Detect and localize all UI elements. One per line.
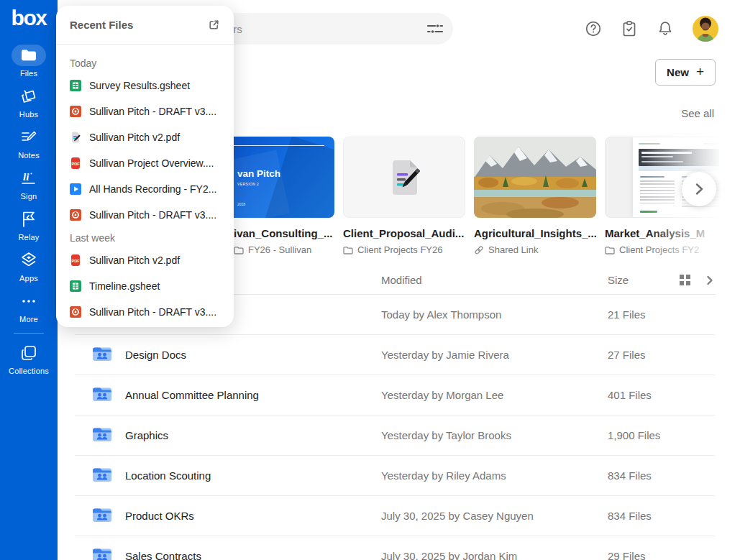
recent-file-item[interactable]: PDFSullivan Project Overview.... [70, 150, 228, 176]
sidebar-item-apps[interactable]: Apps [12, 249, 46, 283]
table-row[interactable]: Design DocsYesterday by Jamie Rivera27 F… [75, 335, 715, 375]
video-file-icon [70, 183, 81, 195]
recent-files-list: TodaySurvey Results.gsheetSullivan Pitch… [56, 45, 234, 325]
user-avatar[interactable] [693, 16, 718, 42]
folder-name: Sales Contracts [125, 550, 201, 560]
svg-text:PDF: PDF [71, 259, 80, 263]
card-title: Agricultural_Insights_... [474, 227, 596, 239]
recent-file-item[interactable]: All Hands Recording - FY2... [70, 176, 228, 202]
grid-view-icon[interactable] [680, 275, 690, 285]
gsheet-file-icon [70, 280, 81, 292]
recent-file-item[interactable]: Timeline.gsheet [70, 273, 228, 299]
shared-folder-icon [92, 346, 112, 364]
sidebar-item-label: Files [20, 69, 37, 78]
carousel-next-button[interactable] [682, 172, 716, 206]
sidebar-item-label: Relay [18, 233, 39, 242]
size-cell: 21 Files [608, 308, 715, 321]
collapse-panel-chevron-icon[interactable] [705, 275, 715, 285]
table-row[interactable]: GraphicsYesterday by Taylor Brooks1,900 … [75, 416, 715, 456]
recent-file-name: All Hands Recording - FY2... [89, 183, 216, 195]
column-header-modified[interactable]: Modified [381, 274, 608, 286]
size-cell: 27 Files [608, 349, 715, 361]
sign-icon: li [12, 167, 46, 189]
sidebar-item-more[interactable]: More [12, 290, 46, 323]
svg-text:PDF: PDF [71, 162, 80, 166]
recent-file-item[interactable]: Sullivan Pitch - DRAFT v3.... [70, 202, 228, 228]
folder-icon [12, 45, 46, 66]
recent-file-name: Sullivan Pitch v2.pdf [89, 132, 180, 143]
recent-file-name: Survey Results.gsheet [89, 80, 190, 91]
tasks-clipboard-icon[interactable] [621, 20, 638, 37]
folder-name: Product OKRs [125, 510, 194, 522]
landscape-photo-thumbnail [474, 137, 596, 218]
size-cell: 401 Files [608, 389, 715, 401]
sidebar-item-label: More [19, 315, 38, 323]
pdf-file-icon: PDF [70, 157, 81, 169]
recent-file-name: Sullivan Pitch - DRAFT v3.... [89, 306, 216, 318]
sidebar-divider [14, 333, 44, 334]
recent-file-item[interactable]: Sullivan Pitch v2.pdf [70, 124, 228, 150]
gsheet-file-icon [70, 80, 81, 91]
recent-file-item[interactable]: Survey Results.gsheet [70, 73, 228, 98]
slides-file-icon [70, 306, 81, 318]
sidebar-item-relay[interactable]: Relay [12, 208, 46, 242]
table-row[interactable]: Location ScoutingYesterday by Riley Adam… [75, 456, 715, 496]
sidebar-item-collections[interactable]: Collections [9, 342, 49, 375]
card-location: Client Projects FY2 [619, 244, 699, 255]
marked-doc-file-icon [70, 132, 81, 143]
recent-file-name: Sullivan Pitch - DRAFT v3.... [89, 209, 216, 221]
column-header-size[interactable]: Size [608, 274, 680, 286]
table-row[interactable]: Sales ContractsJuly 30, 2025 by Jordan K… [75, 536, 715, 560]
table-row[interactable]: Product OKRsJuly 30, 2025 by Casey Nguye… [75, 496, 715, 536]
modified-cell: Today by Alex Thompson [381, 308, 608, 321]
recent-file-item[interactable]: PDFSullivan Pitch v2.pdf [70, 247, 228, 273]
deck-footer: 2018 [237, 202, 245, 206]
sidebar-item-notes[interactable]: Notes [12, 127, 46, 160]
modified-cell: Yesterday by Riley Adams [381, 469, 608, 482]
more-icon [12, 290, 46, 312]
help-icon[interactable] [585, 20, 602, 37]
sidebar-item-hubs[interactable]: Hubs [12, 86, 46, 119]
box-app-window: box FilesHubsNotesliSignRelayAppsMoreCol… [0, 0, 740, 560]
deck-subheading: VERSION 2 [237, 182, 280, 186]
recent-file-name: Timeline.gsheet [89, 280, 160, 292]
see-all-link[interactable]: See all [681, 107, 714, 119]
topbar-icons [585, 14, 718, 43]
shared-folder-icon [92, 386, 112, 404]
modified-cell: July 30, 2025 by Jordan Kim [381, 550, 608, 560]
hubs-icon [12, 86, 46, 107]
table-row[interactable]: Annual Committee PlanningYesterday by Mo… [75, 375, 715, 416]
sidebar-item-label: Collections [9, 367, 49, 375]
new-button[interactable]: New + [655, 59, 716, 86]
recent-card-client-proposal[interactable]: Client_Proposal_Audi... Client Projects … [343, 137, 465, 255]
open-in-new-icon[interactable] [209, 19, 219, 30]
card-title: Market_Analysis_M [605, 227, 727, 239]
sidebar-item-sign[interactable]: liSign [12, 167, 46, 201]
recent-file-name: Sullivan Pitch v2.pdf [89, 254, 180, 266]
size-cell: 834 Files [608, 469, 715, 482]
folder-icon [234, 246, 244, 254]
recent-file-item[interactable]: Sullivan Pitch - DRAFT v3.... [70, 299, 228, 325]
folder-name: Graphics [125, 429, 168, 441]
sidebar-item-label: Notes [18, 151, 40, 160]
slides-file-icon [70, 209, 81, 221]
search-filter-icon[interactable] [426, 22, 444, 35]
modified-cell: Yesterday by Taylor Brooks [381, 429, 608, 441]
size-cell: 29 Files [608, 550, 715, 560]
modified-cell: Yesterday by Morgan Lee [381, 389, 608, 401]
recent-section-label: Last week [70, 232, 228, 244]
notifications-bell-icon[interactable] [657, 20, 674, 37]
recent-file-name: Sullivan Pitch - DRAFT v3.... [89, 106, 216, 117]
folder-icon [605, 246, 615, 254]
shared-folder-icon [92, 547, 112, 560]
folder-name: Annual Committee Planning [125, 389, 259, 401]
relay-icon [12, 208, 46, 230]
recent-file-name: Sullivan Project Overview.... [89, 157, 214, 169]
recent-file-item[interactable]: Sullivan Pitch - DRAFT v3.... [70, 98, 228, 124]
size-cell: 834 Files [608, 510, 715, 522]
sidebar-item-files[interactable]: Files [12, 45, 46, 78]
recent-card-agricultural-insights[interactable]: Agricultural_Insights_... Shared Link [474, 137, 596, 255]
new-button-label: New [667, 66, 689, 78]
deck-divider-line [219, 145, 324, 146]
chevron-right-icon [693, 183, 705, 196]
